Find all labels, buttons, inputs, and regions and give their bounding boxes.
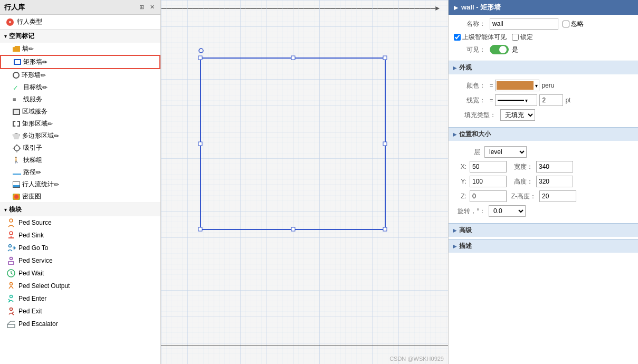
parent-visible-checkbox[interactable]: 上级智能体可见 xyxy=(454,33,507,42)
parent-visible-check[interactable] xyxy=(454,34,461,41)
appearance-section-label: 外观 xyxy=(459,63,472,72)
visible-toggle[interactable] xyxy=(490,45,509,54)
left-panel: 行人库 ⊞ ✕ ● 行人类型 ▾ 空间标记 墙 ✏ 矩形墙 ✏ xyxy=(0,0,161,364)
rect-wall-edit-icon[interactable]: ✏ xyxy=(42,59,47,66)
ped-source-item[interactable]: Ped Source xyxy=(0,216,160,229)
spatial-section-header[interactable]: ▾ 空间标记 xyxy=(0,29,160,43)
ped-exit-item[interactable]: Ped Exit xyxy=(0,305,160,318)
position-collapse-arrow[interactable]: ▶ xyxy=(453,131,457,137)
ped-escalator-icon xyxy=(6,319,16,329)
advanced-collapse-arrow[interactable]: ▶ xyxy=(453,227,457,233)
color-value: peru xyxy=(541,82,554,89)
svg-marker-25 xyxy=(435,6,440,11)
modules-section-label: 模块 xyxy=(9,205,22,214)
area-service-label: 区域服务 xyxy=(22,107,47,116)
height-label: 高度： xyxy=(512,177,533,186)
appearance-section-divider[interactable]: ▶ 外观 xyxy=(449,61,638,74)
rect-wall-item[interactable]: 矩形墙 ✏ xyxy=(0,55,160,69)
ped-goto-icon xyxy=(6,243,16,253)
z-label: Z: xyxy=(454,193,466,200)
area-service-item[interactable]: 区域服务 xyxy=(0,106,160,118)
position-section-divider[interactable]: ▶ 位置和大小 xyxy=(449,127,638,141)
path-label: 路径 xyxy=(23,168,36,177)
ped-wait-item[interactable]: Ped Wait xyxy=(0,267,160,280)
ped-select-output-item[interactable]: Ped Select Output xyxy=(0,280,160,292)
right-panel-header: ▶ wall - 矩形墙 xyxy=(449,0,638,15)
ignore-checkbox[interactable]: 忽略 xyxy=(563,20,584,28)
rect-area-edit-icon[interactable]: ✏ xyxy=(47,120,53,128)
z-height-input[interactable] xyxy=(539,190,576,202)
svg-point-11 xyxy=(10,257,13,260)
desc-section-divider[interactable]: ▶ 描述 xyxy=(449,239,638,253)
center-canvas[interactable]: CSDN @WSKH0929 xyxy=(161,0,448,364)
pt-label: pt xyxy=(565,97,570,104)
circle-wall-edit-icon[interactable]: ✏ xyxy=(41,72,46,79)
y-input[interactable] xyxy=(470,176,507,187)
target-line-edit-icon[interactable]: ✏ xyxy=(42,84,47,91)
z-input[interactable] xyxy=(470,190,507,202)
grid-icon[interactable]: ⊞ xyxy=(137,3,146,12)
rotation-select[interactable]: 0.0 90.0 180.0 270.0 xyxy=(489,205,526,217)
fill-type-row: 填充类型： 无填充 实心 渐变 xyxy=(454,109,633,121)
x-input[interactable] xyxy=(470,161,507,173)
ped-sink-item[interactable]: Ped Sink xyxy=(0,229,160,242)
target-line-item[interactable]: ✓ 目标线 ✏ xyxy=(0,81,160,93)
density-map-item[interactable]: 密度图 xyxy=(0,190,160,203)
advanced-section-divider[interactable]: ▶ 高级 xyxy=(449,223,638,237)
wall-icon xyxy=(13,46,20,52)
right-panel: ▶ wall - 矩形墙 名称： 忽略 上级智能体可见 xyxy=(448,0,638,364)
ped-service-item[interactable]: Ped Service xyxy=(0,254,160,267)
color-dropdown[interactable]: ▾ xyxy=(495,80,539,91)
name-input[interactable] xyxy=(490,18,558,30)
fill-type-select[interactable]: 无填充 实心 渐变 xyxy=(500,109,535,121)
wall-item[interactable]: 墙 ✏ xyxy=(0,43,160,55)
attractor-item[interactable]: 吸引子 xyxy=(0,142,160,154)
ped-escalator-item[interactable]: Ped Escalator xyxy=(0,318,160,330)
x-width-row: X: 宽度： xyxy=(454,161,633,173)
lock-label: 锁定 xyxy=(520,33,533,42)
poly-area-edit-icon[interactable]: ✏ xyxy=(54,132,59,140)
spatial-section-label: 空间标记 xyxy=(9,32,34,41)
flow-stats-item[interactable]: 行人流统计 ✏ xyxy=(0,178,160,190)
line-service-label: 线服务 xyxy=(23,95,42,104)
parent-visible-row: 上级智能体可见 锁定 xyxy=(454,33,633,42)
ped-goto-label: Ped Go To xyxy=(18,244,48,252)
width-label: 宽度： xyxy=(512,162,533,171)
line-style-select[interactable]: ▾ xyxy=(495,94,537,106)
line-width-input[interactable] xyxy=(539,94,563,106)
area-service-icon xyxy=(13,109,20,115)
ped-types-icon: ● xyxy=(6,18,14,26)
layer-select[interactable]: level ground xyxy=(484,146,527,158)
name-label: 名称： xyxy=(454,20,485,28)
ped-enter-item[interactable]: Ped Enter xyxy=(0,292,160,305)
lock-check[interactable] xyxy=(512,34,519,41)
rect-area-item[interactable]: 矩形区域 ✏ xyxy=(0,118,160,130)
path-edit-icon[interactable]: ✏ xyxy=(36,169,41,176)
ped-goto-item[interactable]: Ped Go To xyxy=(0,242,160,254)
line-width-eq-sign: = xyxy=(490,97,493,103)
appearance-section: 颜色： = ▾ peru 线宽： = ▾ pt xyxy=(449,76,638,127)
pedestrian-types-item[interactable]: ● 行人类型 xyxy=(0,15,160,29)
path-item[interactable]: 路径 ✏ xyxy=(0,166,160,178)
escalator-group-item[interactable]: 🚶 扶梯组 xyxy=(0,154,160,166)
close-icon[interactable]: ✕ xyxy=(148,3,156,12)
line-service-item[interactable]: ≡ 线服务 xyxy=(0,93,160,106)
width-input[interactable] xyxy=(536,161,573,173)
modules-section-header[interactable]: ▾ 模块 xyxy=(0,203,160,216)
desc-section-label: 描述 xyxy=(459,242,472,251)
svg-rect-21 xyxy=(7,324,15,328)
rect-wall-shape xyxy=(161,0,448,364)
flow-stats-edit-icon[interactable]: ✏ xyxy=(54,181,59,188)
svg-point-19 xyxy=(10,295,13,298)
circle-wall-item[interactable]: 环形墙 ✏ xyxy=(0,69,160,81)
target-line-icon: ✓ xyxy=(13,84,21,91)
appearance-collapse-arrow[interactable]: ▶ xyxy=(453,65,457,71)
desc-collapse-arrow[interactable]: ▶ xyxy=(453,243,457,249)
poly-area-item[interactable]: 多边形区域 ✏ xyxy=(0,130,160,142)
lock-checkbox[interactable]: 锁定 xyxy=(512,33,533,42)
ignore-check[interactable] xyxy=(563,21,569,27)
height-input[interactable] xyxy=(536,176,573,187)
svg-point-16 xyxy=(10,283,13,285)
ped-source-label: Ped Source xyxy=(18,219,52,226)
wall-edit-icon[interactable]: ✏ xyxy=(28,45,34,53)
